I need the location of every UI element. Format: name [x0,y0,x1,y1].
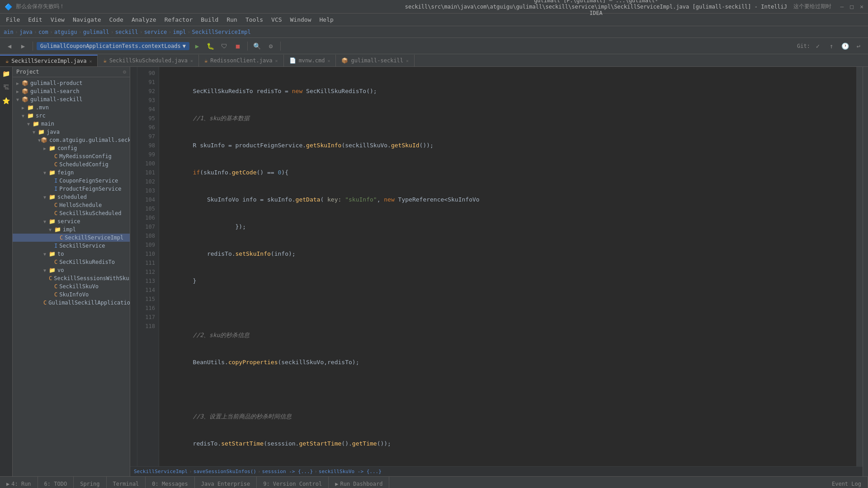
tree-gulimall-seckill[interactable]: ▼ 📦 gulimall-seckill [13,95,130,103]
breadcrumb-service[interactable]: service [144,29,167,35]
menu-vcs[interactable]: VCS [268,15,285,24]
breadcrumb-com[interactable]: com [38,29,48,35]
menu-edit[interactable]: Edit [24,15,46,24]
tab-close-seckill-service-impl[interactable]: ✕ [89,59,92,64]
tree-gulimall-product[interactable]: ▶ 📦 gulimall-product [13,79,130,87]
breadcrumb-impl[interactable]: impl [173,29,186,35]
coverage-btn[interactable]: 🛡 [218,40,230,52]
bp-111[interactable] [130,257,137,266]
tree-mvn[interactable]: ▶ 📁 .mvn [13,103,130,112]
bottom-tab-spring[interactable]: Spring [74,477,106,488]
search-btn[interactable]: 🔍 [251,40,263,52]
tab-seckill-sku-scheduled[interactable]: ☕ SeckillSkuScheduled.java ✕ [98,55,199,66]
bp-98[interactable] [130,139,137,148]
breadcrumb-ain[interactable]: ain [4,29,14,35]
bottom-tab-java-enterprise[interactable]: Java Enterprise [195,477,257,488]
tree-package[interactable]: ▼ 📦 com.atguigu.gulimall.seckill [13,136,130,144]
bp-114[interactable] [130,284,137,293]
eb-seckill-sku-vo[interactable]: seckillSkuVo -> {...} [319,469,382,474]
close-btn[interactable]: ✕ [860,3,863,10]
menu-window[interactable]: Window [287,15,315,24]
code-content[interactable]: SecKillSkuRedisTo redisTo = new SecKillS… [159,67,856,466]
bottom-tab-event-log[interactable]: Event Log [826,477,868,488]
tree-my-redisson-config[interactable]: C MyRedissonConfig [13,152,130,160]
tree-seckill-service-impl[interactable]: C SeckillServiceImpl [13,234,130,242]
tab-seckill-service-impl[interactable]: ☕ SeckillServiceImpl.java ✕ [0,55,98,66]
breadcrumb-java[interactable]: java [19,29,33,35]
bp-92[interactable] [130,85,137,94]
eb-sesssion[interactable]: sesssion -> {...} [262,469,313,474]
tree-gulimall-seckill-app[interactable]: C GulimallSeckillApplication [13,299,130,307]
tab-close-5[interactable]: ✕ [406,58,409,63]
run-config-dropdown[interactable]: GulimallCouponApplicationTests.contextLo… [37,42,189,50]
menu-analyze[interactable]: Analyze [128,15,160,24]
bottom-tab-run-dashboard[interactable]: ▶ Run Dashboard [329,477,389,488]
bp-106[interactable] [130,211,137,221]
tree-seckill-sku-vo[interactable]: C SeckillSkuVo [13,282,130,291]
bp-116[interactable] [130,302,137,311]
menu-refactor[interactable]: Refactor [161,15,197,24]
tab-close-2[interactable]: ✕ [190,58,193,63]
settings-btn[interactable]: ⚙ [265,40,277,52]
forward-btn[interactable]: ▶ [17,40,29,52]
tree-product-feign[interactable]: I ProductFeignService [13,185,130,193]
tree-java[interactable]: ▼ 📁 java [13,128,130,136]
code-editor[interactable]: 90 91 92 93 94 95 96 97 98 99 100 101 10… [130,67,863,476]
menu-build[interactable]: Build [197,15,222,24]
bp-96[interactable] [130,121,137,130]
bp-104[interactable] [130,193,137,202]
tree-seckill-sessions-with-skus[interactable]: C SeckillSesssionsWithSkus [13,274,130,282]
back-btn[interactable]: ◀ [4,40,15,52]
git-revert-btn[interactable]: ↩ [853,40,864,52]
editor-scrollbar-track[interactable] [863,67,868,476]
tree-config[interactable]: ▶ 📁 config [13,144,130,152]
bp-101[interactable] [130,166,137,175]
menu-view[interactable]: View [47,15,68,24]
tree-service-folder[interactable]: ▼ 📁 service [13,217,130,225]
bp-97[interactable] [130,130,137,139]
menu-tools[interactable]: Tools [242,15,267,24]
tree-gulimall-search[interactable]: ▶ 📦 gulimall-search [13,87,130,95]
bp-91[interactable] [130,76,137,85]
tab-close-3[interactable]: ✕ [275,58,278,63]
tree-sec-kill-sku-redis-to[interactable]: C SecKillSkuRedisTo [13,258,130,266]
eb-seckill-service-impl[interactable]: SeckillServiceImpl [134,469,188,474]
eb-save-session[interactable]: saveSessionSkuInfos() [193,469,256,474]
tree-vo-folder[interactable]: ▼ 📁 vo [13,266,130,274]
tab-gulimall-seckill[interactable]: 📦 gulimall-seckill ✕ [336,55,415,66]
breadcrumb-gulimall[interactable]: gulimall [83,29,109,35]
bottom-tab-messages[interactable]: 0: Messages [146,477,194,488]
bp-117[interactable] [130,311,137,320]
bp-115[interactable] [130,293,137,302]
tree-impl-folder[interactable]: ▼ 📁 impl [13,225,130,234]
tree-to-folder[interactable]: ▼ 📁 to [13,250,130,258]
bottom-tab-todo[interactable]: 6: TODO [38,477,74,488]
git-push-btn[interactable]: ↑ [826,40,837,52]
tree-sku-info-vo[interactable]: C SkuInfoVo [13,291,130,299]
tree-seckill-service[interactable]: I SeckillService [13,242,130,250]
bp-105[interactable] [130,202,137,211]
bp-109[interactable] [130,239,137,248]
menu-navigate[interactable]: Navigate [69,15,105,24]
bp-110[interactable] [130,248,137,257]
bottom-tab-terminal[interactable]: Terminal [107,477,146,488]
debug-btn[interactable]: 🐛 [205,40,217,52]
menu-help[interactable]: Help [316,15,337,24]
bottom-tab-version-control[interactable]: 9: Version Control [257,477,329,488]
minimize-btn[interactable]: — [840,3,844,10]
bp-118[interactable] [130,320,137,329]
tree-main[interactable]: ▼ 📁 main [13,120,130,128]
maximize-btn[interactable]: □ [850,3,854,10]
bp-100[interactable] [130,157,137,166]
git-history-btn[interactable]: 🕐 [839,40,851,52]
git-update-btn[interactable]: ✓ [812,40,824,52]
tree-coupon-feign[interactable]: I CouponFeignService [13,177,130,185]
bp-94[interactable] [130,103,137,112]
bp-112[interactable] [130,266,137,275]
bp-113[interactable] [130,275,137,284]
bp-107[interactable] [130,221,137,230]
tree-feign[interactable]: ▼ 📁 feign [13,169,130,177]
breadcrumb-seckill[interactable]: seckill [115,29,138,35]
tree-hello-schedule[interactable]: C HelloSchedule [13,201,130,209]
breadcrumb-atguigu[interactable]: atguigu [54,29,77,35]
